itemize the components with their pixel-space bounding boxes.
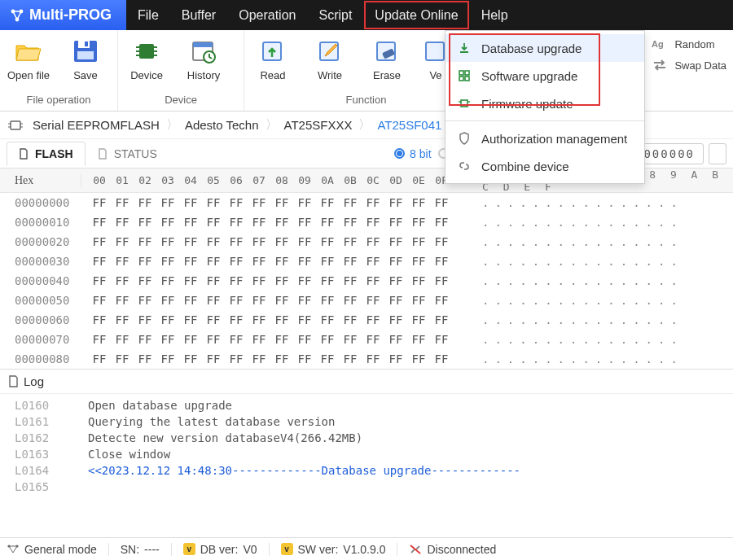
svg-rect-6 [85, 42, 88, 46]
hex-row[interactable]: 00000070FFFFFFFFFFFFFFFFFFFFFFFFFFFFFFFF… [0, 330, 733, 349]
log-line: L0162Detecte new version databaseV4(266.… [0, 430, 733, 446]
crumb-3[interactable]: AT25SF041 [374, 116, 445, 133]
version-badge-icon: v [281, 543, 293, 555]
hex-byte-headers: 000102030405060708090A0B0C0D0E0F [81, 174, 458, 186]
tab-status[interactable]: STATUS [86, 142, 169, 166]
graph-icon: <......" fill="#666"/> [7, 544, 20, 555]
status-sn: SN: ---- [121, 543, 172, 556]
logo-icon [10, 8, 24, 23]
document-icon [98, 148, 109, 160]
menu-operation[interactable]: Operation [227, 0, 307, 30]
hex-row[interactable]: 00000020FFFFFFFFFFFFFFFFFFFFFFFFFFFFFFFF… [0, 232, 733, 252]
folder-open-icon [14, 38, 43, 64]
download-icon [457, 41, 472, 55]
dropdown-separator [446, 120, 644, 121]
disconnected-icon [409, 544, 422, 555]
menu-help[interactable]: Help [470, 0, 520, 30]
svg-rect-24 [465, 71, 469, 75]
log-line: L0164<<2023.12.12 14:48:30-------------D… [0, 462, 733, 479]
open-file-button[interactable]: Open file [0, 35, 57, 85]
dd-software-upgrade[interactable]: Software upgrade [446, 62, 644, 90]
erase-button[interactable]: Erase [358, 35, 415, 85]
svg-text:Ag: Ag [652, 39, 664, 49]
menu-buffer[interactable]: Buffer [170, 0, 227, 30]
history-button[interactable]: History [175, 35, 232, 85]
radio-checked-icon [394, 148, 405, 159]
svg-rect-21 [426, 42, 444, 60]
svg-rect-27 [461, 100, 467, 107]
status-mode: <......" fill="#666"/> General mode [7, 543, 109, 556]
svg-rect-26 [465, 77, 469, 81]
hex-header-label: Hex [0, 174, 81, 187]
random-button[interactable]: Ag Random [652, 37, 726, 51]
tab-flash[interactable]: FLASH [7, 142, 86, 166]
radio-8bit[interactable]: 8 bit [394, 147, 431, 160]
chip-icon [132, 38, 161, 64]
log-line: L0163Close window [0, 446, 733, 462]
group-label-file: File operation [0, 90, 117, 111]
log-line: L0165 [0, 479, 733, 495]
device-button[interactable]: Device [118, 35, 175, 85]
floppy-disk-icon [71, 38, 100, 64]
log-body[interactable]: L0160Open database upgradeL0161Querying … [0, 394, 733, 516]
svg-rect-25 [459, 77, 463, 81]
save-button[interactable]: Save [57, 35, 114, 85]
chevron-right-icon: 〉 [264, 117, 279, 133]
group-label-device: Device [118, 90, 244, 111]
write-icon [315, 38, 345, 64]
log-panel: Log L0160Open database upgradeL0161Query… [0, 369, 733, 516]
random-icon: Ag [652, 37, 668, 51]
dd-authorization[interactable]: Authorization management [446, 125, 644, 152]
update-online-dropdown: Database upgrade Software upgrade Firmwa… [445, 30, 645, 184]
hex-row[interactable]: 00000050FFFFFFFFFFFFFFFFFFFFFFFFFFFFFFFF… [0, 291, 733, 310]
status-connection: Disconnected [409, 543, 507, 556]
hex-viewer[interactable]: 00000000FFFFFFFFFFFFFFFFFFFFFFFFFFFFFFFF… [0, 193, 733, 369]
crumb-2[interactable]: AT25SFXXX [281, 116, 356, 133]
svg-rect-7 [139, 44, 154, 59]
status-db-ver: v DB ver: V0 [183, 543, 270, 556]
shield-icon [457, 131, 472, 146]
menubar: Multi-PROG File Buffer Operation Script … [0, 0, 733, 30]
device-small-icon [8, 120, 23, 131]
log-header: Log [0, 370, 733, 394]
dd-combine-device[interactable]: Combine device [446, 152, 644, 180]
svg-rect-5 [77, 51, 94, 59]
svg-rect-15 [193, 42, 213, 47]
svg-rect-23 [459, 71, 463, 75]
calendar-clock-icon [189, 38, 218, 64]
log-line: L0160Open database upgrade [0, 397, 733, 413]
chip-small-icon [457, 96, 472, 111]
dd-database-upgrade[interactable]: Database upgrade [446, 34, 644, 62]
document-icon [8, 375, 19, 387]
hex-row[interactable]: 00000080FFFFFFFFFFFFFFFFFFFFFFFFFFFFFFFF… [0, 349, 733, 369]
version-badge-icon: v [183, 543, 195, 555]
document-icon [19, 148, 30, 160]
log-line: L0161Querying the latest database versio… [0, 413, 733, 430]
hex-row[interactable]: 00000010FFFFFFFFFFFFFFFFFFFFFFFFFFFFFFFF… [0, 212, 733, 232]
swap-data-button[interactable]: Swap Data [652, 58, 726, 72]
swap-icon [652, 58, 668, 72]
read-button[interactable]: Read [244, 35, 301, 85]
write-button[interactable]: Write [301, 35, 358, 85]
svg-rect-32 [11, 121, 20, 129]
menu-file[interactable]: File [126, 0, 170, 30]
crumb-0[interactable]: Serial EEPROMFLASH [29, 116, 163, 133]
app-logo: Multi-PROG [0, 0, 126, 30]
status-sw-ver: v SW ver: V1.0.9.0 [281, 543, 398, 556]
crumb-1[interactable]: Adesto Techn [182, 116, 262, 133]
hex-row[interactable]: 00000060FFFFFFFFFFFFFFFFFFFFFFFFFFFFFFFF… [0, 310, 733, 330]
menu-script[interactable]: Script [307, 0, 363, 30]
read-icon [258, 38, 287, 64]
hex-row[interactable]: 00000040FFFFFFFFFFFFFFFFFFFFFFFFFFFFFFFF… [0, 271, 733, 291]
hex-row[interactable]: 00000030FFFFFFFFFFFFFFFFFFFFFFFFFFFFFFFF… [0, 252, 733, 271]
app-name: Multi-PROG [29, 7, 112, 24]
menu-update-online[interactable]: Update Online [363, 0, 469, 30]
eraser-icon [372, 38, 402, 64]
status-bar: <......" fill="#666"/> General mode SN: … [0, 537, 733, 560]
link-icon [457, 159, 472, 173]
goto-button[interactable] [709, 143, 726, 164]
chevron-right-icon: 〉 [357, 117, 372, 133]
chevron-right-icon: 〉 [165, 117, 180, 133]
hex-row[interactable]: 00000000FFFFFFFFFFFFFFFFFFFFFFFFFFFFFFFF… [0, 193, 733, 212]
dd-firmware-update[interactable]: Firmware update [446, 90, 644, 117]
